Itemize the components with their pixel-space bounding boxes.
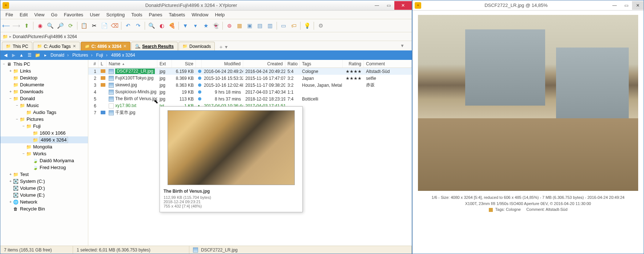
menu-scripting[interactable]: Scripting <box>104 11 128 18</box>
paste-icon[interactable]: 📄 <box>100 21 109 30</box>
pizza-icon[interactable]: 🍕 <box>168 21 176 30</box>
pacman-icon[interactable]: ◐ <box>157 21 166 30</box>
delete-icon[interactable]: ⌫ <box>110 21 119 30</box>
tree-toggle-icon[interactable]: − <box>15 103 19 107</box>
crumb-fuji[interactable]: Fuji <box>96 53 107 58</box>
tree-toggle-icon[interactable]: + <box>8 179 13 183</box>
forward-button[interactable]: ⟶ <box>12 21 21 30</box>
preview-close-button[interactable]: ✕ <box>632 1 644 10</box>
gear-icon[interactable]: ⚙ <box>316 21 325 30</box>
tree-volume-e-[interactable]: 💽Volume (E:) <box>0 192 88 198</box>
tag-icon[interactable]: 🏷 <box>289 21 298 30</box>
folder-tree[interactable]: −🖥This PC+📁Links📁Desktop📁Dokumente+📁Down… <box>0 60 88 246</box>
life-ring-icon[interactable]: ⊚ <box>225 21 234 30</box>
tab-this-pc[interactable]: 📁This PC <box>2 42 32 50</box>
filter-icon[interactable]: ▼ <box>181 21 190 30</box>
tree-1600-x-1066[interactable]: 📁1600 x 1066 <box>0 130 88 136</box>
tree-mongolia[interactable]: 📁Mongolia <box>0 143 88 150</box>
col-l[interactable]: L <box>98 60 106 67</box>
preview-minimize-button[interactable]: — <box>609 1 620 10</box>
up-button[interactable]: ⬆ <box>22 21 31 30</box>
tree-test[interactable]: +📁Test <box>0 171 88 178</box>
panes1-icon[interactable]: ▣ <box>245 21 254 30</box>
col-ratio[interactable]: Ratio <box>285 60 300 67</box>
tab-c-4896-x-3264[interactable]: 📁C: 4896 x 3264✕ <box>81 42 131 50</box>
minimize-button[interactable]: — <box>371 1 383 10</box>
star-icon[interactable]: ★ <box>201 21 210 30</box>
menu-panes[interactable]: Panes <box>146 11 165 18</box>
col-rating[interactable]: Rating <box>343 60 364 67</box>
tree-toggle-icon[interactable]: + <box>8 90 13 94</box>
cut-icon[interactable]: ✂ <box>90 21 98 30</box>
tree-volume-d-[interactable]: 💽Volume (D:) <box>0 185 88 192</box>
panes3-icon[interactable]: ▥ <box>266 21 274 30</box>
tree-toggle-icon[interactable]: − <box>21 152 26 156</box>
file-row[interactable]: 5The Birth of Venus.jpgjpg113 KB8 hrs 37… <box>88 95 412 102</box>
crumb-pictures[interactable]: Pictures <box>72 53 92 58</box>
crumb-4896-x-3264[interactable]: 4896 x 3264 <box>111 53 138 58</box>
tree-donald[interactable]: −📁Donald <box>0 95 88 102</box>
bc-up-icon[interactable]: ▲ <box>19 52 24 58</box>
file-row[interactable]: 1DSCF2722_LR.jpgjpg6.159 KB2016-04-24 20… <box>88 68 412 75</box>
crumb-donald[interactable]: Donald <box>51 53 69 58</box>
tree-pictures[interactable]: −📁Pictures <box>0 116 88 123</box>
tab-downloads[interactable]: 📁Downloads <box>178 42 215 50</box>
tree-4896-x-3264[interactable]: 📁4896 x 3264 <box>0 136 88 143</box>
tree-network[interactable]: +🌐Network <box>0 198 88 205</box>
tree-toggle-icon[interactable]: − <box>8 97 13 101</box>
bc-back-icon[interactable]: ◀ <box>3 52 8 58</box>
tree-audio-tags[interactable]: 📁Audio Tags <box>0 109 88 116</box>
bc-chevron-icon[interactable]: ▸ <box>43 52 48 58</box>
tree-links[interactable]: +📁Links <box>0 67 88 74</box>
find-icon[interactable]: 🔎 <box>56 21 65 30</box>
panes2-icon[interactable]: ▤ <box>255 21 264 30</box>
menu-window[interactable]: Window <box>189 11 211 18</box>
preview-maximize-button[interactable]: ▭ <box>620 1 632 10</box>
col-ext[interactable]: Ext <box>157 60 172 67</box>
tree-toggle-icon[interactable]: − <box>15 117 19 121</box>
target-icon[interactable]: ◉ <box>36 21 44 30</box>
tree-dokumente[interactable]: 📁Dokumente <box>0 81 88 88</box>
search2-icon[interactable]: 🔍 <box>147 21 156 30</box>
col-size[interactable]: Size <box>172 60 196 67</box>
menu-go[interactable]: Go <box>48 11 60 18</box>
file-header[interactable]: # L Name▲ Ext Size Modified Created Rati… <box>88 60 412 68</box>
menu-file[interactable]: File <box>3 11 16 18</box>
undo-icon[interactable]: ↶ <box>124 21 132 30</box>
tree-system-c-[interactable]: +💽System (C:) <box>0 178 88 185</box>
col-name[interactable]: Name▲ <box>106 60 157 67</box>
tree-music[interactable]: −📁Music <box>0 102 88 109</box>
tree-this-pc[interactable]: −🖥This PC <box>0 61 88 67</box>
menu-view[interactable]: View <box>31 11 47 18</box>
menu-edit[interactable]: Edit <box>17 11 31 18</box>
zoom-in-icon[interactable]: 🔍 <box>46 21 55 30</box>
col-tags[interactable]: Tags <box>300 60 343 67</box>
filter2-icon[interactable]: ▾ <box>191 21 200 30</box>
maximize-button[interactable]: ▭ <box>383 1 394 10</box>
preview-image[interactable] <box>418 15 638 191</box>
menu-tools[interactable]: Tools <box>128 11 145 18</box>
col-num[interactable]: # <box>88 60 98 67</box>
tree-desktop[interactable]: 📁Desktop <box>0 74 88 81</box>
panel-icon[interactable]: ▭ <box>279 21 288 30</box>
tree-fred-herzog[interactable]: 🍃Fred Herzog <box>0 164 88 171</box>
tree-toggle-icon[interactable]: − <box>2 62 6 66</box>
tree-toggle-icon[interactable]: + <box>8 200 13 204</box>
grid-icon[interactable]: ▦ <box>235 21 244 30</box>
file-row[interactable]: 3skewed.jpgjpg8.363 KB2015-10-16 12:02:4… <box>88 82 412 89</box>
tree-fuji[interactable]: −📁Fuji <box>0 123 88 130</box>
col-comment[interactable]: Comment <box>364 60 412 67</box>
tree-daid-moriyama[interactable]: 🍃Daidō Moriyama <box>0 157 88 164</box>
col-created[interactable]: Created <box>243 60 285 67</box>
tree-recycle-bin[interactable]: 🗑Recycle Bin <box>0 205 88 212</box>
ghost-icon[interactable]: 👻 <box>212 21 220 30</box>
tree-toggle-icon[interactable]: + <box>8 69 13 73</box>
address-chevron-icon[interactable]: ▸ <box>9 34 11 38</box>
bc-list-icon[interactable]: ☰ <box>27 52 32 58</box>
col-modified[interactable]: Modified <box>202 60 243 67</box>
menu-tabsets[interactable]: Tabsets <box>166 11 188 18</box>
tab-search-results[interactable]: 🔍Search Results <box>131 42 178 50</box>
tab-close-icon[interactable]: ✕ <box>123 44 126 49</box>
menu-help[interactable]: Help <box>212 11 228 18</box>
menu-user[interactable]: User <box>87 11 102 18</box>
